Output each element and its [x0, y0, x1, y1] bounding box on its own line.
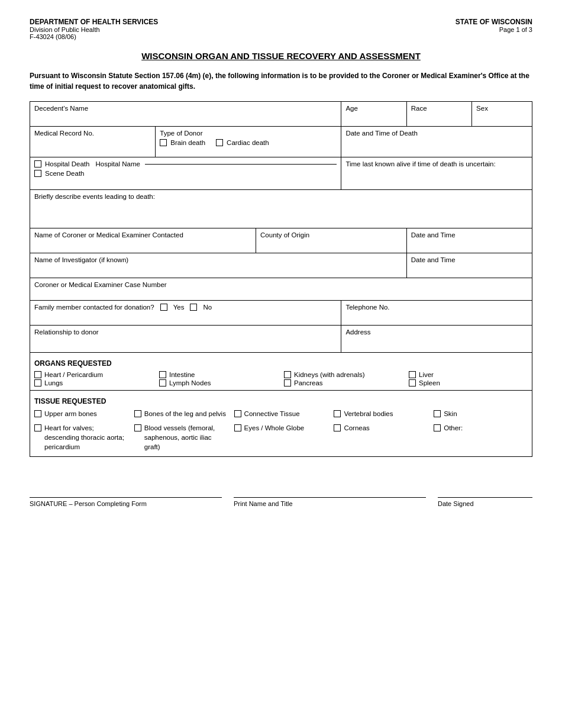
brain-death-label: Brain death [170, 139, 205, 146]
cardiac-death-checkbox[interactable] [216, 139, 223, 146]
skin-label: Skin [444, 409, 457, 418]
county-cell: County of Origin [256, 228, 407, 253]
brain-death-checkbox[interactable] [160, 139, 167, 146]
corneas-checkbox[interactable] [334, 424, 341, 431]
lymph-checkbox[interactable] [159, 379, 166, 386]
heart-valves-label: Heart for valves; descending thoracic ao… [44, 423, 128, 452]
county-label: County of Origin [260, 231, 309, 239]
tissue-section-cell: TISSUE REQUESTED Upper arm bones Bones o… [30, 391, 532, 457]
no-label: No [203, 304, 212, 311]
pancreas-label: Pancreas [294, 379, 323, 386]
date-time-of-death-cell: Date and Time of Death [341, 127, 532, 157]
upper-arm-label: Upper arm bones [44, 409, 97, 418]
coroner-row: Name of Coroner or Medical Examiner Cont… [30, 228, 532, 253]
blood-vessels-label: Blood vessels (femoral, saphenous, aorti… [144, 423, 228, 452]
heart-valves-checkbox[interactable] [34, 424, 41, 431]
vertebral-checkbox[interactable] [334, 410, 341, 417]
date-time-2-cell: Date and Time [406, 253, 532, 278]
main-form-table: Decedent's Name Age Race Sex Medical Rec… [30, 101, 532, 457]
race-cell: Race [406, 102, 471, 127]
medical-record-label: Medical Record No. [34, 130, 94, 137]
tissue-row-1: Upper arm bones Bones of the leg and pel… [34, 407, 528, 421]
corneas-label: Corneas [344, 423, 369, 433]
other-label: Other: [444, 423, 463, 433]
intestine-checkbox[interactable] [159, 371, 166, 378]
family-row: Family member contacted for donation? Ye… [30, 301, 532, 326]
organ-pancreas: Pancreas [284, 379, 403, 386]
hospital-name-label: Hospital Name [95, 160, 140, 167]
date-signed-block: Date Signed [438, 497, 532, 507]
organ-intestine: Intestine [159, 371, 278, 378]
kidneys-checkbox[interactable] [284, 371, 291, 378]
header-left: DEPARTMENT OF HEALTH SERVICES Division o… [30, 18, 158, 40]
header-right: STATE OF WISCONSIN Page 1 of 3 [456, 18, 532, 40]
upper-arm-checkbox[interactable] [34, 410, 41, 417]
leg-bones-label: Bones of the leg and pelvis [144, 409, 226, 418]
pancreas-checkbox[interactable] [284, 379, 291, 386]
sex-cell: Sex [472, 102, 532, 127]
family-contacted-label: Family member contacted for donation? [34, 304, 154, 311]
scene-death-row: Scene Death [34, 170, 337, 177]
coroner-name-cell: Name of Coroner or Medical Examiner Cont… [30, 228, 256, 253]
cardiac-death-label: Cardiac death [227, 139, 269, 146]
intestine-label: Intestine [169, 371, 195, 378]
liver-checkbox[interactable] [409, 371, 416, 378]
skin-checkbox[interactable] [434, 410, 441, 417]
tissue-vertebral: Vertebral bodies [334, 409, 428, 418]
leg-bones-checkbox[interactable] [134, 410, 141, 417]
connective-checkbox[interactable] [234, 410, 241, 417]
eyes-checkbox[interactable] [234, 424, 241, 431]
tissue-blood-vessels: Blood vessels (femoral, saphenous, aorti… [134, 423, 228, 452]
investigator-name-cell: Name of Investigator (if known) [30, 253, 407, 278]
brain-death-row: Brain death [160, 139, 205, 146]
signature-label: SIGNATURE – Person Completing Form [30, 500, 147, 507]
division: Division of Public Health [30, 26, 158, 33]
organs-title: ORGANS REQUESTED [34, 356, 528, 369]
yes-checkbox[interactable] [160, 304, 167, 311]
spleen-label: Spleen [419, 379, 440, 386]
date-time-1-cell: Date and Time [406, 228, 532, 253]
race-label: Race [411, 105, 427, 112]
signature-block: SIGNATURE – Person Completing Form [30, 497, 222, 507]
connective-label: Connective Tissue [244, 409, 300, 418]
print-name-label: Print Name and Title [234, 500, 293, 507]
age-cell: Age [341, 102, 406, 127]
type-of-donor-label: Type of Donor [160, 130, 337, 137]
describe-row: Briefly describe events leading to death… [30, 190, 532, 228]
print-name-block: Print Name and Title [234, 497, 426, 507]
hospital-death-checkbox[interactable] [34, 160, 41, 167]
hospital-death-cell: Hospital Death Hospital Name Scene Death [30, 157, 341, 190]
no-checkbox[interactable] [190, 304, 197, 311]
tissue-eyes: Eyes / Whole Globe [234, 423, 328, 452]
organ-heart: Heart / Pericardium [34, 371, 153, 378]
tissue-title: TISSUE REQUESTED [34, 394, 528, 407]
medical-record-row: Medical Record No. Type of Donor Brain d… [30, 127, 532, 157]
hospital-row: Hospital Death Hospital Name Scene Death… [30, 157, 532, 190]
lungs-label: Lungs [44, 379, 63, 386]
lungs-checkbox[interactable] [34, 379, 41, 386]
age-label: Age [345, 105, 357, 112]
decedents-name-label: Decedent's Name [34, 105, 88, 112]
case-number-row: Coroner or Medical Examiner Case Number [30, 278, 532, 301]
spleen-checkbox[interactable] [409, 379, 416, 386]
telephone-cell: Telephone No. [341, 301, 532, 326]
organ-lungs: Lungs [34, 379, 153, 386]
other-checkbox[interactable] [434, 424, 441, 431]
lymph-label: Lymph Nodes [169, 379, 211, 386]
heart-checkbox[interactable] [34, 371, 41, 378]
hospital-death-row: Hospital Death Hospital Name [34, 160, 337, 167]
time-last-known-label: Time last known alive if time of death i… [345, 160, 495, 167]
case-number-cell: Coroner or Medical Examiner Case Number [30, 278, 532, 301]
scene-death-label: Scene Death [45, 170, 85, 177]
coroner-name-label: Name of Coroner or Medical Examiner Cont… [34, 231, 183, 239]
blood-vessels-checkbox[interactable] [134, 424, 141, 431]
organ-liver: Liver [409, 371, 528, 378]
date-time-1-label: Date and Time [411, 231, 456, 239]
address-label: Address [345, 328, 370, 336]
relationship-cell: Relationship to donor [30, 326, 341, 353]
page-info: Page 1 of 3 [456, 26, 532, 33]
organ-kidneys: Kidneys (with adrenals) [284, 371, 403, 378]
describe-cell: Briefly describe events leading to death… [30, 190, 532, 228]
scene-death-checkbox[interactable] [34, 170, 41, 177]
dept-name: DEPARTMENT OF HEALTH SERVICES [30, 18, 158, 26]
